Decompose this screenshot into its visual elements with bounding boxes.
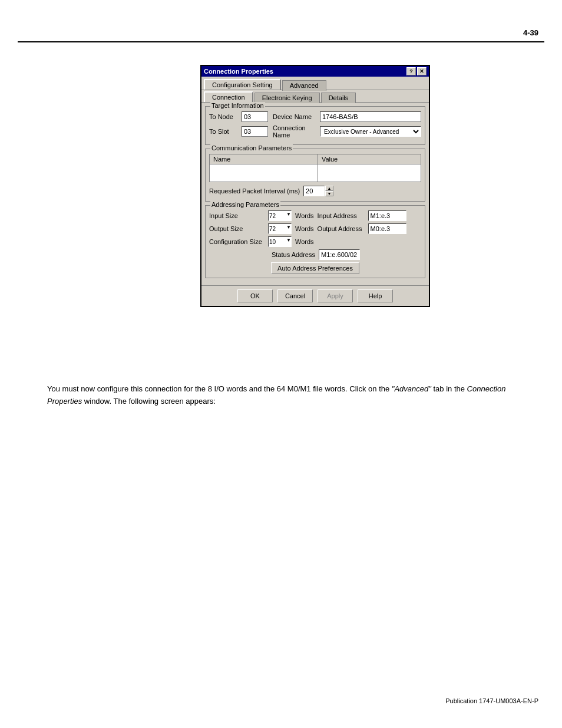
addr-parameters-group: Addressing Parameters Input Size 72 ▼ Wo… xyxy=(205,205,425,278)
help-button[interactable]: Help xyxy=(358,289,393,302)
addr-params-label: Addressing Parameters xyxy=(210,201,280,208)
rpi-label: Requested Packet Interval (ms) xyxy=(209,187,300,195)
auto-address-preferences-button[interactable]: Auto Address Preferences xyxy=(271,262,359,274)
comm-table: Name Value xyxy=(209,154,421,182)
output-address-input[interactable] xyxy=(368,223,406,234)
top-rule xyxy=(18,41,544,42)
comm-parameters-group: Communication Parameters Name Value xyxy=(205,149,425,202)
output-size-select[interactable]: 72 xyxy=(268,223,292,234)
rpi-input[interactable] xyxy=(303,186,325,196)
apply-button[interactable]: Apply xyxy=(318,289,353,302)
device-name-label: Device Name xyxy=(273,113,320,120)
page-number: 4-39 xyxy=(523,28,538,37)
output-size-select-wrapper: 72 ▼ xyxy=(268,223,292,234)
title-bar: Connection Properties ? ✕ xyxy=(201,66,429,77)
rpi-down-button[interactable]: ▼ xyxy=(325,191,333,196)
tab-connection[interactable]: Connection xyxy=(204,91,253,102)
connection-name-wrapper: Exclusive Owner - Advanced Input Only Li… xyxy=(320,126,421,137)
input-size-label: Input Size xyxy=(209,212,268,219)
to-node-label: To Node xyxy=(209,113,242,120)
config-size-select-wrapper: 10 ▼ xyxy=(268,236,292,247)
device-name-input[interactable] xyxy=(320,111,421,122)
target-info-content: To Node Device Name To Slot Connection N… xyxy=(209,111,421,139)
comm-params-label: Communication Parameters xyxy=(210,144,293,151)
col-value-header: Value xyxy=(318,154,421,164)
status-address-row: Status Address xyxy=(209,249,421,260)
title-bar-buttons: ? ✕ xyxy=(406,67,427,75)
close-button[interactable]: ✕ xyxy=(417,67,427,75)
dialog-title: Connection Properties xyxy=(204,68,273,75)
to-node-input[interactable] xyxy=(242,111,268,122)
status-address-label: Status Address xyxy=(268,251,315,258)
output-words-label: Words xyxy=(295,225,314,232)
target-information-group: Target Information To Node Device Name T… xyxy=(205,106,425,145)
help-icon-btn[interactable]: ? xyxy=(406,67,416,75)
input-words-label: Words xyxy=(295,212,314,219)
config-size-label: Configuration Size xyxy=(209,238,268,245)
input-address-input[interactable] xyxy=(368,210,406,221)
input-size-select[interactable]: 72 xyxy=(268,210,292,221)
input-size-select-wrapper: 72 ▼ xyxy=(268,210,292,221)
body-text: You must now configure this connection f… xyxy=(47,383,515,408)
auto-address-row: Auto Address Preferences xyxy=(209,262,421,274)
rpi-spinner: ▲ ▼ xyxy=(325,186,333,196)
comm-table-row xyxy=(210,164,421,182)
comm-value-cell xyxy=(318,164,421,182)
addr-params-content: Input Size 72 ▼ Words Input Address xyxy=(209,210,421,274)
connection-properties-dialog: Connection Properties ? ✕ Configuration … xyxy=(200,65,430,307)
body-paragraph: You must now configure this connection f… xyxy=(47,383,515,408)
rpi-row: Requested Packet Interval (ms) ▲ ▼ xyxy=(209,186,421,196)
tab-details[interactable]: Details xyxy=(321,93,356,103)
ok-button[interactable]: OK xyxy=(237,289,273,302)
cancel-button[interactable]: Cancel xyxy=(277,289,313,302)
tab-configuration-setting[interactable]: Configuration Setting xyxy=(204,79,281,90)
to-slot-row: To Slot Connection Name Exclusive Owner … xyxy=(209,124,421,139)
dialog-buttons: OK Cancel Apply Help xyxy=(201,285,429,306)
output-size-row: Output Size 72 ▼ Words Output Address xyxy=(209,223,421,234)
dialog-wrapper: Connection Properties ? ✕ Configuration … xyxy=(200,65,430,307)
comm-params-content: Name Value Requested Packet Inte xyxy=(209,154,421,196)
config-size-row: Configuration Size 10 ▼ Words xyxy=(209,236,421,247)
output-size-label: Output Size xyxy=(209,225,268,232)
target-info-label: Target Information xyxy=(210,102,265,109)
tab-advanced[interactable]: Advanced xyxy=(282,80,326,91)
publication-footer: Publication 1747-UM003A-EN-P xyxy=(445,697,538,704)
tab-row-1: Configuration Setting Advanced xyxy=(201,77,429,90)
output-address-label: Output Address xyxy=(318,225,365,232)
comm-name-cell xyxy=(210,164,318,182)
status-address-input[interactable] xyxy=(319,249,360,260)
rpi-up-button[interactable]: ▲ xyxy=(325,186,333,191)
input-address-label: Input Address xyxy=(318,212,365,219)
config-size-select[interactable]: 10 xyxy=(268,236,292,247)
dialog-content: Target Information To Node Device Name T… xyxy=(201,103,429,285)
connection-name-label: Connection Name xyxy=(273,124,320,139)
connection-name-select[interactable]: Exclusive Owner - Advanced Input Only Li… xyxy=(320,126,421,137)
input-size-row: Input Size 72 ▼ Words Input Address xyxy=(209,210,421,221)
config-words-label: Words xyxy=(295,238,314,245)
tab-row-2: Connection Electronic Keying Details xyxy=(201,90,429,103)
to-slot-label: To Slot xyxy=(209,128,242,135)
col-name-header: Name xyxy=(210,154,318,164)
to-node-row: To Node Device Name xyxy=(209,111,421,122)
to-slot-input[interactable] xyxy=(242,126,268,137)
